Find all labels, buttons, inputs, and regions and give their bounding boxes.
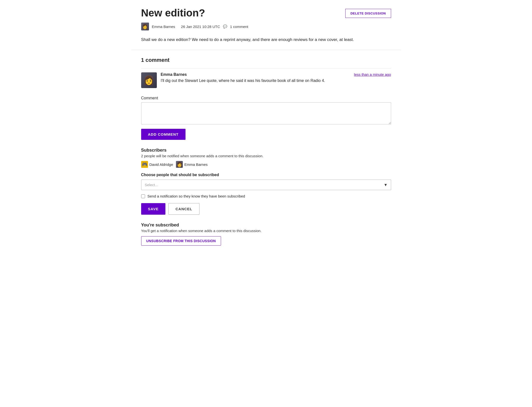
subscribers-section: Subscribers 2 people will be notified wh… <box>141 148 391 215</box>
subscribed-section: You're subscribed You'll get a notificat… <box>141 223 391 246</box>
subscriber-select[interactable]: Select... <box>141 180 391 190</box>
section-divider <box>131 50 401 50</box>
author-avatar <box>141 23 149 30</box>
add-comment-button[interactable]: ADD COMMENT <box>141 129 186 140</box>
author-name: Emma Barnes <box>152 25 175 29</box>
header-section: New edition? DELETE DISCUSSION <box>141 7 391 19</box>
delete-discussion-button[interactable]: DELETE DISCUSSION <box>345 9 391 18</box>
comment-label: Comment <box>141 96 391 100</box>
unsubscribe-button[interactable]: UNSUBSCRIBE FROM THIS DISCUSSION <box>141 236 221 246</box>
subscribed-heading: You're subscribed <box>141 223 391 228</box>
david-avatar <box>141 161 148 168</box>
meta-row: Emma Barnes 26 Jan 2021 10:28 UTC 💬 1 co… <box>141 23 391 30</box>
subscribed-description: You'll get a notification when someone a… <box>141 229 391 233</box>
comment-timestamp[interactable]: less than a minute ago <box>354 72 391 77</box>
choose-subscribers-label: Choose people that should be subscribed <box>141 173 391 177</box>
comment-icon: 💬 <box>223 25 227 28</box>
action-buttons: SAVE CANCEL <box>141 203 391 215</box>
description-text: Shall we do a new edition? We need to do… <box>141 36 391 43</box>
comment-text: I'll dig out the Stewart Lee quote, wher… <box>161 78 391 84</box>
notification-checkbox[interactable] <box>141 194 145 198</box>
post-date: 26 Jan 2021 10:28 UTC <box>181 25 220 29</box>
comment-header: Emma Barnes less than a minute ago <box>161 72 391 77</box>
comment-body: Emma Barnes less than a minute ago I'll … <box>161 72 391 88</box>
notification-label: Send a notification so they know they ha… <box>148 194 245 198</box>
subscribers-list: David Aldridge Emma Barnes <box>141 161 391 168</box>
comment-textarea[interactable] <box>141 102 391 124</box>
emma-avatar <box>176 161 183 168</box>
add-comment-form: Comment ADD COMMENT <box>141 96 391 140</box>
subscriber-david: David Aldridge <box>141 161 173 168</box>
comment-divider <box>141 68 391 68</box>
page-title: New edition? <box>141 7 205 19</box>
subscribers-description: 2 people will be notified when someone a… <box>141 154 391 158</box>
comment-author-avatar: 👩 <box>141 72 157 88</box>
comments-section: 1 comment 👩 Emma Barnes less than a minu… <box>141 57 391 88</box>
emma-name: Emma Barnes <box>184 162 208 167</box>
comment-item: 👩 Emma Barnes less than a minute ago I'l… <box>141 72 391 88</box>
david-name: David Aldridge <box>149 162 173 167</box>
notification-checkbox-row: Send a notification so they know they ha… <box>141 194 391 198</box>
subscriber-emma: Emma Barnes <box>176 161 208 168</box>
comment-count: 1 comment <box>230 25 248 29</box>
save-button[interactable]: SAVE <box>141 203 166 215</box>
subscribers-heading: Subscribers <box>141 148 391 153</box>
comments-heading: 1 comment <box>141 57 391 63</box>
comment-author-name: Emma Barnes <box>161 72 187 77</box>
subscriber-select-wrapper: Select... ▼ <box>141 180 391 190</box>
cancel-button[interactable]: CANCEL <box>168 203 199 215</box>
